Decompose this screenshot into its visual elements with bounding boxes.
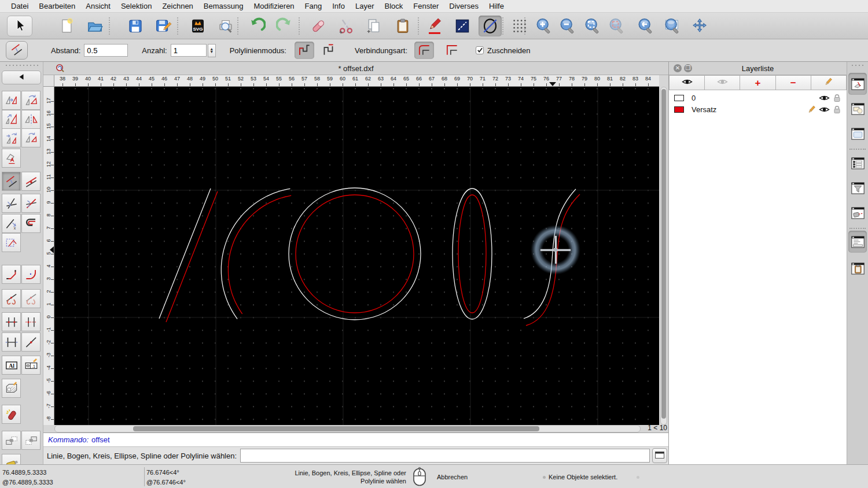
layer-row-0[interactable]: 0 — [669, 92, 847, 103]
modify-move-rotate-button[interactable] — [2, 128, 21, 147]
modify-rotate-two-button[interactable] — [21, 128, 41, 147]
add-layer-button[interactable]: + — [740, 75, 775, 90]
modify-edit-hatch-button[interactable] — [2, 379, 21, 398]
print-preview-button[interactable] — [214, 16, 237, 36]
modify-clip-button[interactable] — [21, 214, 41, 233]
modify-edit-dimension-button[interactable]: .1 — [21, 356, 41, 375]
modify-divide-2-button[interactable] — [21, 289, 41, 308]
snap-grid-button[interactable] — [508, 16, 531, 36]
dock-clipboard-button[interactable] — [848, 257, 867, 279]
modify-divide-button[interactable] — [2, 289, 21, 308]
connection-round-button[interactable] — [414, 42, 434, 59]
layer-row-versatz[interactable]: Versatz — [669, 103, 847, 115]
current-layer-pencil-icon[interactable] — [805, 105, 818, 114]
menu-item-block[interactable]: Block — [379, 0, 408, 13]
menu-item-hilfe[interactable]: Hilfe — [484, 0, 509, 13]
modify-purge-button[interactable] — [21, 431, 41, 450]
undo-button[interactable] — [245, 16, 269, 36]
modify-offset-button[interactable] — [2, 172, 21, 191]
menu-item-fang[interactable]: Fang — [300, 0, 328, 13]
red-circle-entity[interactable] — [296, 195, 414, 313]
command-line-toggle-button[interactable] — [652, 448, 667, 463]
red-line-entity[interactable] — [166, 191, 218, 322]
modify-explode-block-button[interactable] — [2, 431, 21, 450]
layer-color-swatch[interactable] — [674, 95, 684, 101]
layer-visibility-eye-icon[interactable] — [818, 106, 830, 113]
polyline-mode-separate-button[interactable] — [319, 42, 339, 59]
white-arc-entity[interactable] — [221, 188, 290, 319]
menu-item-bearbeiten[interactable]: Bearbeiten — [34, 0, 80, 13]
draw-tools-button[interactable] — [423, 16, 446, 36]
offset-tool-button[interactable] — [6, 41, 28, 60]
paste-button[interactable] — [391, 16, 414, 36]
ellipse-tools-button[interactable] — [479, 16, 502, 36]
menu-item-info[interactable]: Info — [327, 0, 350, 13]
modify-scale-button[interactable] — [2, 110, 21, 129]
edit-layer-button[interactable] — [811, 75, 847, 90]
modify-stretch-button[interactable] — [2, 233, 21, 252]
zoom-window-button[interactable] — [661, 16, 684, 36]
dock-pointer-button[interactable] — [848, 202, 867, 224]
zoom-previous-button[interactable] — [634, 16, 657, 36]
layer-visibility-eye-icon[interactable] — [818, 94, 830, 102]
menu-item-ansicht[interactable]: Ansicht — [80, 0, 116, 13]
back-button[interactable] — [2, 71, 41, 84]
delete-button[interactable] — [307, 16, 330, 36]
menu-item-diverses[interactable]: Diverses — [444, 0, 484, 13]
red-ellipse-entity[interactable] — [458, 195, 486, 313]
white-line-entity[interactable] — [159, 188, 211, 319]
zoom-auto-button[interactable] — [581, 16, 604, 36]
dock-selection-filter-button[interactable] — [848, 177, 867, 199]
modify-trim-two-button[interactable] — [21, 194, 41, 213]
hide-all-layers-button[interactable] — [705, 75, 740, 90]
horizontal-scrollbar[interactable] — [54, 425, 641, 432]
zoom-selection-button[interactable] — [605, 16, 628, 36]
modify-move-button[interactable] — [2, 91, 21, 110]
menu-item-bemassung[interactable]: Bemassung — [198, 0, 249, 13]
connection-sharp-button[interactable] — [442, 42, 462, 59]
dock-drag-handle[interactable] — [851, 64, 866, 66]
white-circle-entity[interactable] — [289, 188, 421, 320]
vertical-scrollbar-thumb[interactable] — [661, 89, 666, 419]
anzahl-input[interactable] — [171, 44, 207, 57]
redo-button[interactable] — [273, 16, 296, 36]
menu-item-fenster[interactable]: Fenster — [408, 0, 444, 13]
save-as-button[interactable] — [152, 16, 175, 36]
modify-mirror-button[interactable] — [21, 110, 41, 129]
modify-break-gap-button[interactable] — [2, 332, 21, 352]
open-file-button[interactable] — [83, 16, 106, 36]
palette-drag-handle[interactable] — [5, 64, 38, 66]
dock-library-browser-button[interactable] — [848, 123, 867, 145]
zoom-out-button[interactable] — [556, 16, 579, 36]
vertical-scrollbar[interactable] — [660, 87, 667, 425]
dock-command-line-button[interactable] — [848, 231, 867, 253]
abstand-input[interactable] — [84, 44, 128, 57]
anzahl-stepper[interactable]: ▲▼ — [208, 44, 216, 57]
modify-lengthen-button[interactable]: x — [2, 214, 21, 233]
menu-item-modifizieren[interactable]: Modifizieren — [249, 0, 300, 13]
menu-item-layer[interactable]: Layer — [350, 0, 380, 13]
layer-lock-icon[interactable] — [830, 94, 843, 102]
zoom-in-button[interactable] — [532, 16, 556, 36]
command-input[interactable] — [240, 449, 650, 463]
modify-trim-button[interactable] — [2, 194, 21, 213]
trim-checkbox[interactable]: Zuschneiden — [476, 46, 530, 55]
cut-button[interactable] — [334, 16, 358, 36]
copy-button[interactable] — [362, 16, 385, 36]
polyline-mode-keep-button[interactable] — [295, 42, 314, 59]
modify-edit-text-button[interactable]: Al — [2, 356, 21, 375]
selection-arrow-button[interactable] — [7, 16, 32, 36]
modify-break-out-manual-button[interactable] — [21, 312, 41, 331]
horizontal-scrollbar-thumb[interactable] — [133, 426, 539, 431]
red-arc-entity[interactable] — [228, 195, 291, 314]
menu-item-datei[interactable]: Datei — [6, 0, 34, 13]
pan-button[interactable] — [689, 16, 712, 36]
modify-explode-button[interactable] — [2, 405, 21, 424]
new-file-button[interactable] — [56, 16, 79, 36]
layer-color-swatch[interactable] — [674, 106, 684, 113]
modify-chamfer-button[interactable] — [2, 265, 21, 284]
dock-property-editor-button[interactable] — [848, 152, 867, 174]
modify-offset-point-button[interactable] — [21, 172, 41, 191]
layer-lock-icon[interactable] — [830, 105, 843, 114]
svg-export-button[interactable]: SVG — [186, 16, 209, 36]
